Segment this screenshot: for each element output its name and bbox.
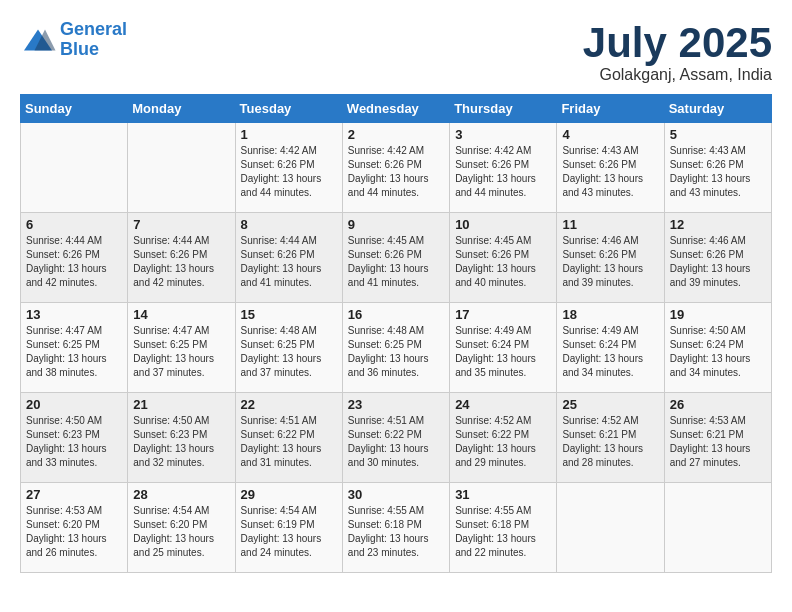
day-content: Sunrise: 4:52 AM Sunset: 6:21 PM Dayligh… (562, 414, 658, 470)
calendar-cell (557, 483, 664, 573)
calendar-cell: 12Sunrise: 4:46 AM Sunset: 6:26 PM Dayli… (664, 213, 771, 303)
day-content: Sunrise: 4:54 AM Sunset: 6:19 PM Dayligh… (241, 504, 337, 560)
calendar-cell: 17Sunrise: 4:49 AM Sunset: 6:24 PM Dayli… (450, 303, 557, 393)
calendar-cell: 24Sunrise: 4:52 AM Sunset: 6:22 PM Dayli… (450, 393, 557, 483)
page-header: General Blue July 2025 Golakganj, Assam,… (20, 20, 772, 84)
day-number: 13 (26, 307, 122, 322)
calendar-cell (664, 483, 771, 573)
day-content: Sunrise: 4:44 AM Sunset: 6:26 PM Dayligh… (26, 234, 122, 290)
day-number: 14 (133, 307, 229, 322)
day-content: Sunrise: 4:46 AM Sunset: 6:26 PM Dayligh… (562, 234, 658, 290)
day-number: 11 (562, 217, 658, 232)
calendar-cell: 29Sunrise: 4:54 AM Sunset: 6:19 PM Dayli… (235, 483, 342, 573)
day-number: 9 (348, 217, 444, 232)
day-content: Sunrise: 4:51 AM Sunset: 6:22 PM Dayligh… (348, 414, 444, 470)
calendar-cell (21, 123, 128, 213)
day-number: 20 (26, 397, 122, 412)
day-content: Sunrise: 4:45 AM Sunset: 6:26 PM Dayligh… (455, 234, 551, 290)
location: Golakganj, Assam, India (583, 66, 772, 84)
day-content: Sunrise: 4:49 AM Sunset: 6:24 PM Dayligh… (455, 324, 551, 380)
calendar-cell: 25Sunrise: 4:52 AM Sunset: 6:21 PM Dayli… (557, 393, 664, 483)
day-content: Sunrise: 4:51 AM Sunset: 6:22 PM Dayligh… (241, 414, 337, 470)
calendar-cell: 28Sunrise: 4:54 AM Sunset: 6:20 PM Dayli… (128, 483, 235, 573)
calendar-cell: 3Sunrise: 4:42 AM Sunset: 6:26 PM Daylig… (450, 123, 557, 213)
title-block: July 2025 Golakganj, Assam, India (583, 20, 772, 84)
calendar-cell: 26Sunrise: 4:53 AM Sunset: 6:21 PM Dayli… (664, 393, 771, 483)
day-content: Sunrise: 4:50 AM Sunset: 6:24 PM Dayligh… (670, 324, 766, 380)
day-content: Sunrise: 4:48 AM Sunset: 6:25 PM Dayligh… (241, 324, 337, 380)
calendar-body: 1Sunrise: 4:42 AM Sunset: 6:26 PM Daylig… (21, 123, 772, 573)
day-content: Sunrise: 4:47 AM Sunset: 6:25 PM Dayligh… (26, 324, 122, 380)
calendar-cell: 5Sunrise: 4:43 AM Sunset: 6:26 PM Daylig… (664, 123, 771, 213)
day-number: 4 (562, 127, 658, 142)
weekday-header: Sunday (21, 95, 128, 123)
day-number: 16 (348, 307, 444, 322)
day-content: Sunrise: 4:42 AM Sunset: 6:26 PM Dayligh… (241, 144, 337, 200)
day-content: Sunrise: 4:47 AM Sunset: 6:25 PM Dayligh… (133, 324, 229, 380)
logo-text: General Blue (60, 20, 127, 60)
day-content: Sunrise: 4:55 AM Sunset: 6:18 PM Dayligh… (455, 504, 551, 560)
day-number: 30 (348, 487, 444, 502)
calendar-cell: 22Sunrise: 4:51 AM Sunset: 6:22 PM Dayli… (235, 393, 342, 483)
day-content: Sunrise: 4:44 AM Sunset: 6:26 PM Dayligh… (241, 234, 337, 290)
calendar-cell: 15Sunrise: 4:48 AM Sunset: 6:25 PM Dayli… (235, 303, 342, 393)
calendar-cell: 4Sunrise: 4:43 AM Sunset: 6:26 PM Daylig… (557, 123, 664, 213)
calendar-cell: 21Sunrise: 4:50 AM Sunset: 6:23 PM Dayli… (128, 393, 235, 483)
calendar-cell: 19Sunrise: 4:50 AM Sunset: 6:24 PM Dayli… (664, 303, 771, 393)
weekday-header: Friday (557, 95, 664, 123)
day-number: 26 (670, 397, 766, 412)
day-number: 28 (133, 487, 229, 502)
weekday-row: SundayMondayTuesdayWednesdayThursdayFrid… (21, 95, 772, 123)
calendar-cell: 8Sunrise: 4:44 AM Sunset: 6:26 PM Daylig… (235, 213, 342, 303)
calendar-header: SundayMondayTuesdayWednesdayThursdayFrid… (21, 95, 772, 123)
calendar-cell: 7Sunrise: 4:44 AM Sunset: 6:26 PM Daylig… (128, 213, 235, 303)
calendar-cell: 18Sunrise: 4:49 AM Sunset: 6:24 PM Dayli… (557, 303, 664, 393)
calendar-cell: 13Sunrise: 4:47 AM Sunset: 6:25 PM Dayli… (21, 303, 128, 393)
day-number: 2 (348, 127, 444, 142)
day-number: 31 (455, 487, 551, 502)
calendar-cell: 20Sunrise: 4:50 AM Sunset: 6:23 PM Dayli… (21, 393, 128, 483)
day-content: Sunrise: 4:54 AM Sunset: 6:20 PM Dayligh… (133, 504, 229, 560)
calendar-cell: 30Sunrise: 4:55 AM Sunset: 6:18 PM Dayli… (342, 483, 449, 573)
day-number: 6 (26, 217, 122, 232)
calendar-table: SundayMondayTuesdayWednesdayThursdayFrid… (20, 94, 772, 573)
day-number: 10 (455, 217, 551, 232)
day-number: 8 (241, 217, 337, 232)
day-number: 23 (348, 397, 444, 412)
weekday-header: Saturday (664, 95, 771, 123)
calendar-cell: 11Sunrise: 4:46 AM Sunset: 6:26 PM Dayli… (557, 213, 664, 303)
day-content: Sunrise: 4:48 AM Sunset: 6:25 PM Dayligh… (348, 324, 444, 380)
day-number: 24 (455, 397, 551, 412)
logo-general: General (60, 19, 127, 39)
calendar-cell: 31Sunrise: 4:55 AM Sunset: 6:18 PM Dayli… (450, 483, 557, 573)
day-content: Sunrise: 4:42 AM Sunset: 6:26 PM Dayligh… (348, 144, 444, 200)
calendar-cell: 6Sunrise: 4:44 AM Sunset: 6:26 PM Daylig… (21, 213, 128, 303)
day-content: Sunrise: 4:46 AM Sunset: 6:26 PM Dayligh… (670, 234, 766, 290)
weekday-header: Monday (128, 95, 235, 123)
calendar-cell: 1Sunrise: 4:42 AM Sunset: 6:26 PM Daylig… (235, 123, 342, 213)
calendar-week-row: 27Sunrise: 4:53 AM Sunset: 6:20 PM Dayli… (21, 483, 772, 573)
weekday-header: Thursday (450, 95, 557, 123)
day-number: 7 (133, 217, 229, 232)
logo: General Blue (20, 20, 127, 60)
day-content: Sunrise: 4:44 AM Sunset: 6:26 PM Dayligh… (133, 234, 229, 290)
day-content: Sunrise: 4:49 AM Sunset: 6:24 PM Dayligh… (562, 324, 658, 380)
day-number: 25 (562, 397, 658, 412)
day-number: 17 (455, 307, 551, 322)
day-number: 29 (241, 487, 337, 502)
calendar-cell: 27Sunrise: 4:53 AM Sunset: 6:20 PM Dayli… (21, 483, 128, 573)
calendar-cell: 9Sunrise: 4:45 AM Sunset: 6:26 PM Daylig… (342, 213, 449, 303)
logo-blue: Blue (60, 39, 99, 59)
calendar-week-row: 13Sunrise: 4:47 AM Sunset: 6:25 PM Dayli… (21, 303, 772, 393)
day-number: 12 (670, 217, 766, 232)
day-content: Sunrise: 4:52 AM Sunset: 6:22 PM Dayligh… (455, 414, 551, 470)
calendar-week-row: 6Sunrise: 4:44 AM Sunset: 6:26 PM Daylig… (21, 213, 772, 303)
day-number: 18 (562, 307, 658, 322)
day-content: Sunrise: 4:50 AM Sunset: 6:23 PM Dayligh… (26, 414, 122, 470)
weekday-header: Tuesday (235, 95, 342, 123)
day-number: 22 (241, 397, 337, 412)
day-number: 21 (133, 397, 229, 412)
day-number: 15 (241, 307, 337, 322)
day-number: 5 (670, 127, 766, 142)
calendar-week-row: 20Sunrise: 4:50 AM Sunset: 6:23 PM Dayli… (21, 393, 772, 483)
